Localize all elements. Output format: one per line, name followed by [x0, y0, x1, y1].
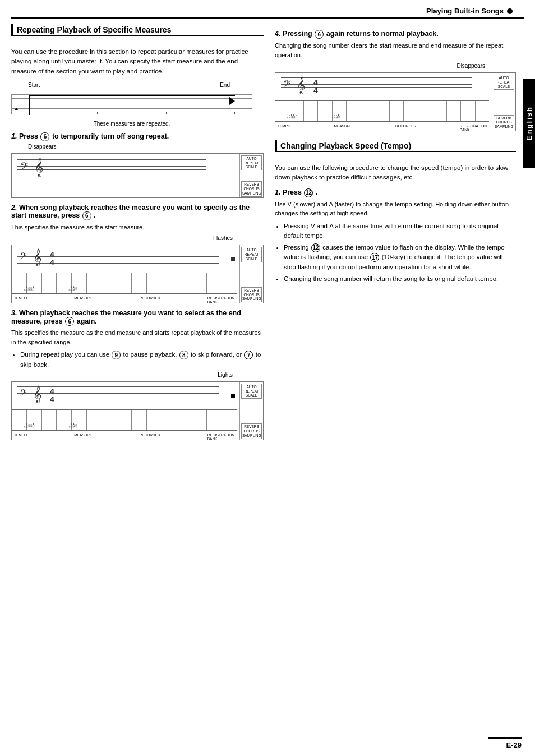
label-end: End — [220, 82, 230, 88]
page-number: E-29 — [488, 737, 522, 749]
step2-side-labels: AUTO REPEAT SCALE REVERB CHORUS SAMPLING — [239, 245, 263, 303]
step4-circled: 6 — [315, 30, 324, 39]
step3-diagram: 𝄢 𝄞 44 — [11, 381, 264, 440]
step2-heading: 2. When song playback reaches the measur… — [11, 204, 264, 220]
step-t1-bullet2: Pressing 12 causes the tempo value to fl… — [284, 243, 516, 272]
step1-disappears: Disappears — [28, 144, 264, 150]
main-content: Repeating Playback of Specific Measures … — [0, 19, 535, 457]
step2-circled: 6 — [82, 211, 91, 220]
step4-disappears: Disappears — [275, 63, 485, 69]
step4-diagram: 𝄢 𝄞 44 — [275, 72, 516, 131]
step4-heading: 4. Pressing 6 again returns to normal pl… — [275, 30, 516, 39]
step2-sub: This specifies the measure as the start … — [11, 223, 264, 232]
step3-side-reverb: REVERB CHORUS SAMPLING — [241, 423, 262, 439]
step1-circled: 6 — [40, 132, 49, 141]
right-column: 4. Pressing 6 again returns to normal pl… — [275, 24, 516, 446]
step4-num: 4. — [275, 30, 280, 38]
step2-side-auto: AUTO REPEAT SCALE — [241, 247, 262, 262]
step3-num: 3. — [11, 309, 17, 317]
step3-sub: This specifies the measure as the end me… — [11, 328, 264, 347]
step4-sub: Changing the song number clears the star… — [275, 41, 516, 59]
step2-diagram: 𝄢 𝄞 44 — [11, 245, 264, 303]
step-t1-text: Press 12 . — [283, 188, 318, 196]
section2-intro: You can use the following procedure to c… — [275, 163, 516, 183]
step1-text-after: to temporarily turn off song repeat. — [52, 132, 169, 140]
step-t1-heading: 1. Press 12 . — [275, 188, 516, 197]
section1-heading-wrapper: Repeating Playback of Specific Measures — [11, 24, 264, 40]
step1-side-labels: AUTO REPEAT SCALE REVERB CHORUS SAMPLING — [239, 154, 263, 198]
step2-num: 2. — [11, 204, 17, 211]
repeat-diagram: Start End — [11, 82, 264, 127]
step1-num: 1. — [11, 132, 17, 140]
step2-flashes: Flashes — [11, 235, 233, 241]
step3-side-labels: AUTO REPEAT SCALE REVERB CHORUS SAMPLING — [239, 382, 263, 440]
page-header: Playing Built-in Songs — [11, 4, 524, 19]
step4-side-reverb: REVERB CHORUS SAMPLING — [494, 115, 514, 130]
step1-text: Press — [19, 132, 40, 140]
step3-b1-num3: 7 — [244, 351, 253, 359]
step4-text: Pressing 6 again returns to normal playb… — [283, 30, 439, 38]
label-start: Start — [28, 82, 40, 88]
step3-lights: Lights — [11, 372, 233, 378]
step-t1-b2-num2: 17 — [370, 253, 379, 262]
step1-heading: 1. Press 6 to temporarily turn off song … — [11, 132, 264, 141]
step-t1-bullet1: Pressing V and Λ at the same time will r… — [284, 222, 516, 241]
step1-side-auto-repeat-scale: AUTO REPEAT SCALE — [241, 155, 262, 170]
left-column: Repeating Playback of Specific Measures … — [11, 24, 264, 446]
step3-side-auto: AUTO REPEAT SCALE — [241, 384, 262, 399]
section1-intro: You can use the procedure in this sectio… — [11, 47, 264, 76]
step-t1-bullets: Pressing V and Λ at the same time will r… — [284, 222, 516, 284]
step-t1-circled: 12 — [304, 188, 313, 197]
step3-bullets: During repeat play you can use 9 to paus… — [20, 350, 264, 370]
sidebar-english-label: English — [523, 79, 535, 168]
section2-heading-wrapper: Changing Playback Speed (Tempo) — [275, 140, 516, 156]
header-dot — [507, 8, 513, 14]
step-t1-b2-num1: 12 — [311, 243, 320, 252]
label-these: These measures are repeated. — [11, 121, 252, 127]
step3-bullet1: During repeat play you can use 9 to paus… — [20, 350, 264, 370]
step-t1-num: 1. — [275, 188, 280, 196]
step3-b1-num1: 9 — [112, 351, 121, 359]
step-t1-sub: Use V (slower) and Λ (faster) to change … — [275, 200, 516, 218]
step3-b1-num2: 8 — [179, 351, 188, 359]
step4-side-auto: AUTO REPEAT SCALE — [494, 75, 514, 90]
step3-circled: 6 — [65, 317, 74, 326]
step1-diagram: 𝄢 𝄞 AUTO REPEAT SCALE REVERB CHORUS SAMP… — [11, 153, 264, 198]
step2-side-reverb: REVERB CHORUS SAMPLING — [241, 287, 262, 302]
section2-heading: Changing Playback Speed (Tempo) — [275, 140, 516, 152]
step3-heading: 3. When playback reaches the measure you… — [11, 309, 264, 326]
step4-side-labels: AUTO REPEAT SCALE REVERB CHORUS SAMPLING — [492, 73, 515, 131]
section1-heading: Repeating Playback of Specific Measures — [11, 24, 264, 36]
step-t1-bullet3: Changing the song number will return the… — [284, 274, 516, 284]
step2-text: When song playback reaches the measure y… — [11, 204, 250, 219]
step3-text: When playback reaches the measure you wa… — [11, 309, 241, 325]
step1-side-reverb: REVERB CHORUS SAMPLING — [241, 181, 262, 196]
header-title: Playing Built-in Songs — [426, 7, 504, 15]
